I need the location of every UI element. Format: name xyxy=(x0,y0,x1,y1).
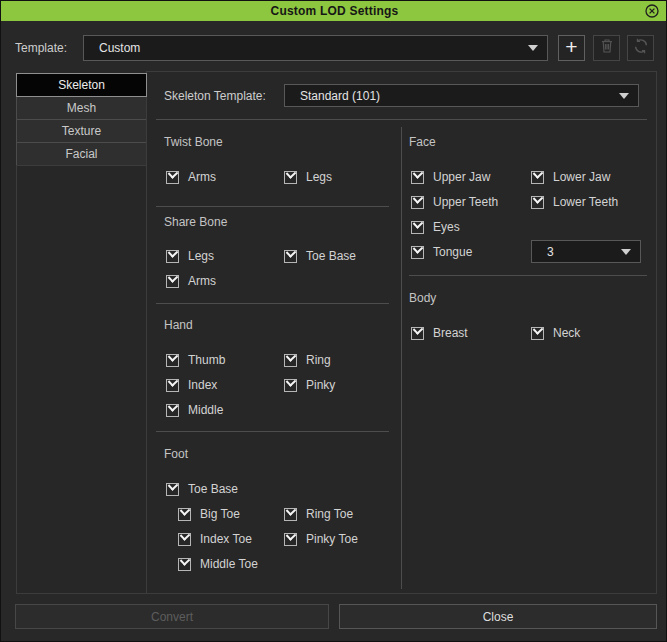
section-title-foot: Foot xyxy=(164,447,188,461)
checkbox-label: Pinky Toe xyxy=(306,532,358,546)
close-icon[interactable] xyxy=(645,4,659,18)
checkbox-label: Breast xyxy=(433,326,468,340)
convert-button-label: Convert xyxy=(151,610,193,624)
checkbox-face-tongue[interactable]: Tongue xyxy=(411,244,472,260)
section-title-face: Face xyxy=(409,135,436,149)
check-icon xyxy=(180,530,191,541)
checkbox-box xyxy=(411,246,424,259)
checkbox-twist-arms[interactable]: Arms xyxy=(166,169,216,185)
checkbox-face-upper-jaw[interactable]: Upper Jaw xyxy=(411,169,490,185)
checkbox-foot-pinky-toe[interactable]: Pinky Toe xyxy=(284,531,358,547)
add-template-button[interactable]: + xyxy=(558,35,585,61)
checkbox-share-legs[interactable]: Legs xyxy=(166,248,214,264)
check-icon xyxy=(286,505,297,516)
divider xyxy=(156,303,389,304)
dialog-title: Custom LOD Settings xyxy=(271,4,399,18)
delete-template-button[interactable] xyxy=(593,35,620,61)
reload-template-button[interactable] xyxy=(627,35,654,61)
checkbox-face-lower-teeth[interactable]: Lower Teeth xyxy=(531,194,618,210)
checkbox-label: Big Toe xyxy=(200,507,240,521)
checkbox-foot-middle-toe[interactable]: Middle Toe xyxy=(178,556,258,572)
checkbox-label: Legs xyxy=(306,170,332,184)
chevron-down-icon xyxy=(528,45,538,51)
checkbox-hand-ring[interactable]: Ring xyxy=(284,352,331,368)
checkbox-label: Arms xyxy=(188,274,216,288)
checkbox-hand-thumb[interactable]: Thumb xyxy=(166,352,225,368)
checkbox-box xyxy=(284,533,297,546)
tab-label: Mesh xyxy=(67,101,96,115)
checkbox-body-breast[interactable]: Breast xyxy=(411,325,468,341)
check-icon xyxy=(533,324,544,335)
divider xyxy=(156,206,389,207)
checkbox-face-eyes[interactable]: Eyes xyxy=(411,219,460,235)
checkbox-label: Lower Teeth xyxy=(553,195,618,209)
checkbox-twist-legs[interactable]: Legs xyxy=(284,169,332,185)
checkbox-foot-toe-base[interactable]: Toe Base xyxy=(166,481,238,497)
check-icon xyxy=(168,247,179,258)
trash-icon xyxy=(600,38,614,58)
section-title-twist-bone: Twist Bone xyxy=(164,135,223,149)
check-icon xyxy=(286,168,297,179)
checkbox-box xyxy=(178,508,191,521)
checkbox-face-upper-teeth[interactable]: Upper Teeth xyxy=(411,194,498,210)
check-icon xyxy=(168,480,179,491)
divider xyxy=(156,119,647,120)
sidebar-tab-mesh[interactable]: Mesh xyxy=(16,96,147,120)
checkbox-foot-ring-toe[interactable]: Ring Toe xyxy=(284,506,353,522)
checkbox-foot-big-toe[interactable]: Big Toe xyxy=(178,506,240,522)
skeleton-template-dropdown-value: Standard (101) xyxy=(300,89,380,103)
checkbox-box xyxy=(411,221,424,234)
checkbox-label: Middle xyxy=(188,403,223,417)
checkbox-label: Thumb xyxy=(188,353,225,367)
template-dropdown-value: Custom xyxy=(99,41,140,55)
divider xyxy=(156,431,389,432)
checkbox-hand-middle[interactable]: Middle xyxy=(166,402,223,418)
checkbox-box xyxy=(284,379,297,392)
custom-lod-settings-dialog: Custom LOD Settings Template: Custom + xyxy=(0,0,667,642)
checkbox-box xyxy=(178,533,191,546)
tongue-level-dropdown[interactable]: 3 xyxy=(531,240,641,263)
checkbox-share-toe-base[interactable]: Toe Base xyxy=(284,248,356,264)
checkbox-box xyxy=(166,379,179,392)
checkbox-box xyxy=(166,171,179,184)
check-icon xyxy=(168,168,179,179)
checkbox-box xyxy=(284,354,297,367)
sidebar-tab-facial[interactable]: Facial xyxy=(16,142,147,166)
convert-button[interactable]: Convert xyxy=(15,604,329,629)
tab-label: Skeleton xyxy=(58,78,105,92)
checkbox-box xyxy=(178,558,191,571)
check-icon xyxy=(413,324,424,335)
checkbox-label: Tongue xyxy=(433,245,472,259)
checkbox-box xyxy=(284,250,297,263)
checkbox-label: Lower Jaw xyxy=(553,170,610,184)
check-icon xyxy=(413,218,424,229)
skeleton-template-dropdown[interactable]: Standard (101) xyxy=(284,84,639,107)
checkbox-box xyxy=(531,196,544,209)
checkbox-face-lower-jaw[interactable]: Lower Jaw xyxy=(531,169,610,185)
refresh-icon xyxy=(633,38,649,58)
check-icon xyxy=(180,505,191,516)
checkbox-share-arms[interactable]: Arms xyxy=(166,273,216,289)
plus-icon: + xyxy=(565,37,577,57)
section-title-share-bone: Share Bone xyxy=(164,215,227,229)
checkbox-label: Toe Base xyxy=(188,482,238,496)
template-dropdown[interactable]: Custom xyxy=(83,35,548,61)
checkbox-label: Index xyxy=(188,378,217,392)
close-button[interactable]: Close xyxy=(339,604,657,629)
check-icon xyxy=(286,351,297,362)
checkbox-label: Arms xyxy=(188,170,216,184)
checkbox-hand-index[interactable]: Index xyxy=(166,377,217,393)
checkbox-label: Neck xyxy=(553,326,580,340)
checkbox-box xyxy=(166,354,179,367)
sidebar-tab-texture[interactable]: Texture xyxy=(16,119,147,143)
tab-label: Facial xyxy=(65,147,97,161)
sidebar-tab-skeleton[interactable]: Skeleton xyxy=(16,73,147,97)
checkbox-body-neck[interactable]: Neck xyxy=(531,325,580,341)
checkbox-foot-index-toe[interactable]: Index Toe xyxy=(178,531,252,547)
check-icon xyxy=(533,193,544,204)
checkbox-box xyxy=(531,171,544,184)
titlebar: Custom LOD Settings xyxy=(1,1,667,21)
checkbox-box xyxy=(284,171,297,184)
check-icon xyxy=(286,530,297,541)
checkbox-hand-pinky[interactable]: Pinky xyxy=(284,377,335,393)
